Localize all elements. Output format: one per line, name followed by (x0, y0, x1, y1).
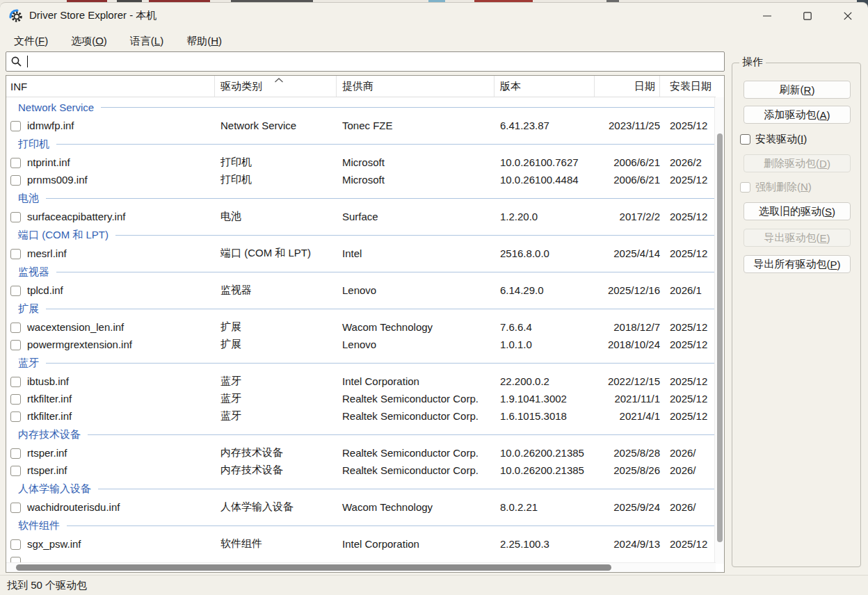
row-checkbox[interactable] (10, 394, 21, 405)
app-gear-icon (9, 9, 23, 23)
cell-category: 内存技术设备 (215, 446, 337, 459)
group-header[interactable]: Network Service (6, 97, 716, 117)
group-header[interactable]: 人体学输入设备 (6, 479, 716, 498)
group-header[interactable]: 软件组件 (6, 516, 716, 535)
table-row[interactable]: wacextension_len.inf 扩展 Wacom Technology… (6, 318, 716, 336)
minimize-button[interactable] (747, 3, 787, 28)
cell-provider: Realtek Semiconductor Corp. (337, 447, 495, 459)
menu-file[interactable]: 文件(F) (6, 33, 56, 49)
table-row[interactable]: mesrl.inf 端口 (COM 和 LPT) Intel 2516.8.0.… (6, 245, 716, 262)
cell-inf: rtkfilter.inf (27, 393, 215, 405)
column-header-version[interactable]: 版本 (495, 76, 595, 97)
row-checkbox[interactable] (10, 121, 21, 131)
row-checkbox[interactable] (10, 323, 21, 333)
group-header[interactable]: 扩展 (6, 299, 716, 318)
row-checkbox[interactable] (10, 158, 21, 168)
group-label: 打印机 (18, 138, 49, 151)
cell-provider: Microsoft (337, 156, 495, 168)
row-checkbox[interactable] (10, 377, 21, 387)
cell-version: 1.9.1041.3002 (495, 393, 595, 405)
table-row[interactable]: tplcd.inf 监视器 Lenovo 6.14.29.0 2025/12/1… (6, 282, 716, 299)
row-checkbox[interactable] (10, 539, 21, 550)
table-row[interactable]: rtsper.inf 内存技术设备 Realtek Semiconductor … (6, 462, 716, 479)
force-delete-checkbox[interactable] (740, 182, 750, 193)
menu-options[interactable]: 选项(O) (63, 33, 115, 49)
group-header[interactable]: 监视器 (6, 262, 716, 282)
table-row[interactable]: rtkfilter.inf 蓝牙 Realtek Semiconductor C… (6, 390, 716, 407)
row-checkbox[interactable] (10, 286, 21, 296)
group-header[interactable]: 内存技术设备 (6, 425, 716, 444)
row-checkbox[interactable] (10, 249, 21, 259)
cell-category: 蓝牙 (215, 375, 337, 388)
cell-inf: rtsper.inf (27, 464, 215, 476)
install-driver-checkbox[interactable] (740, 134, 750, 145)
cell-inf: rtsper.inf (27, 447, 215, 459)
driver-list: INF 驱动类别 提供商 版本 日期 安装日期 Network Service … (6, 75, 725, 573)
column-header-provider[interactable]: 提供商 (337, 76, 495, 97)
group-header[interactable]: 打印机 (6, 134, 716, 154)
group-header[interactable]: 蓝牙 (6, 353, 716, 373)
export-driver-package-button[interactable]: 导出驱动包(E) (744, 229, 851, 247)
cell-category: 监视器 (215, 284, 337, 297)
cell-version: 7.6.6.4 (495, 321, 595, 333)
row-checkbox[interactable] (10, 448, 21, 459)
status-text: 找到 50 个驱动包 (7, 579, 87, 592)
export-all-driver-packages-button[interactable]: 导出所有驱动包(P) (744, 255, 851, 273)
actions-panel-title: 操作 (739, 56, 766, 69)
table-row[interactable]: surfaceacpibattery.inf 电池 Surface 1.2.20… (6, 208, 716, 225)
vertical-scrollbar[interactable] (714, 97, 724, 564)
table-row[interactable]: wachidrouterisdu.inf 人体学输入设备 Wacom Techn… (6, 498, 716, 516)
group-line (56, 272, 715, 272)
cell-provider: Realtek Semiconductor Corp. (337, 393, 495, 405)
table-row[interactable]: rtkfilter.inf 蓝牙 Realtek Semiconductor C… (6, 407, 716, 425)
cell-date: 2025/8/26 (595, 464, 660, 476)
cell-install-date: 2025/12 (660, 321, 716, 333)
column-header-install-date[interactable]: 安装日期 (660, 76, 716, 97)
group-label: 监视器 (18, 266, 49, 279)
table-row[interactable]: idmwfp.inf Network Service Tonec FZE 6.4… (6, 117, 716, 134)
menu-language[interactable]: 语言(L) (122, 33, 172, 49)
menu-help[interactable]: 帮助(H) (178, 33, 230, 49)
table-row[interactable]: ntprint.inf 打印机 Microsoft 10.0.26100.762… (6, 154, 716, 171)
add-driver-package-button[interactable]: 添加驱动包(A) (744, 106, 851, 124)
row-checkbox[interactable] (10, 411, 21, 422)
table-header: INF 驱动类别 提供商 版本 日期 安装日期 (6, 76, 716, 97)
table-row[interactable]: prnms009.inf 打印机 Microsoft 10.0.26100.44… (6, 171, 716, 188)
group-line (115, 235, 715, 236)
cell-provider: Wacom Technology (337, 501, 495, 513)
force-delete-checkbox-row[interactable]: 强制删除(N) (740, 181, 812, 194)
row-checkbox[interactable] (10, 466, 21, 476)
table-row[interactable]: sgx_psw.inf 软件组件 Intel Corporation 2.25.… (6, 535, 716, 553)
column-header-date[interactable]: 日期 (595, 76, 660, 97)
close-button[interactable] (828, 3, 868, 28)
cell-provider: Realtek Semiconductor Corp. (337, 410, 495, 422)
maximize-button[interactable] (787, 3, 828, 28)
group-line (46, 309, 715, 309)
group-label: 扩展 (18, 302, 39, 316)
install-driver-checkbox-row[interactable]: 安装驱动(I) (740, 133, 807, 146)
cell-date: 2006/6/21 (595, 174, 660, 186)
row-checkbox[interactable] (10, 212, 21, 222)
row-checkbox[interactable] (10, 175, 21, 186)
sort-ascending-icon (274, 78, 284, 83)
search-box[interactable] (6, 51, 725, 72)
refresh-button[interactable]: 刷新(R) (744, 81, 851, 99)
cell-inf: prnms009.inf (27, 174, 215, 186)
driver-store-explorer-window: Driver Store Explorer - 本机 文件(F) 选项(O) 语… (0, 2, 868, 595)
row-checkbox[interactable] (10, 340, 21, 350)
search-input[interactable] (28, 52, 724, 71)
table-row[interactable]: rtsper.inf 内存技术设备 Realtek Semiconductor … (6, 444, 716, 462)
horizontal-scrollbar[interactable] (6, 562, 716, 572)
group-header[interactable]: 端口 (COM 和 LPT) (6, 225, 716, 245)
table-row[interactable]: powermgrextension.inf 扩展 Lenovo 1.0.1.0 … (6, 336, 716, 353)
table-row[interactable]: ibtusb.inf 蓝牙 Intel Corporation 22.200.0… (6, 373, 716, 390)
vertical-scrollbar-thumb[interactable] (717, 133, 723, 542)
column-header-inf[interactable]: INF (6, 76, 215, 97)
horizontal-scrollbar-thumb[interactable] (16, 564, 611, 571)
cell-version: 1.2.20.0 (495, 211, 595, 222)
cell-version: 22.200.0.2 (495, 375, 595, 387)
row-checkbox[interactable] (10, 503, 21, 513)
group-header[interactable]: 电池 (6, 188, 716, 208)
select-old-drivers-button[interactable]: 选取旧的驱动(S) (744, 202, 851, 220)
delete-driver-package-button[interactable]: 删除驱动包(D) (744, 154, 851, 172)
